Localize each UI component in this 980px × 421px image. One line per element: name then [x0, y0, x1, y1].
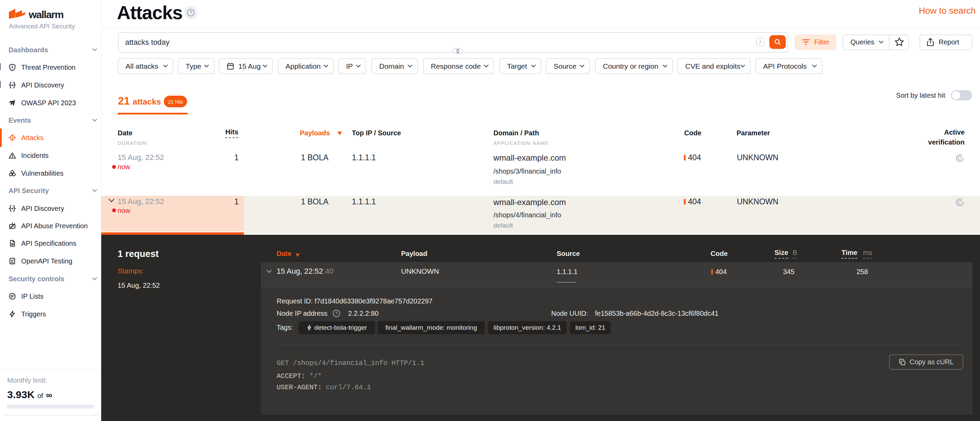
svg-text:?: ?: [335, 311, 338, 316]
svg-text:?: ?: [189, 10, 192, 15]
svg-text:IP: IP: [11, 295, 14, 298]
